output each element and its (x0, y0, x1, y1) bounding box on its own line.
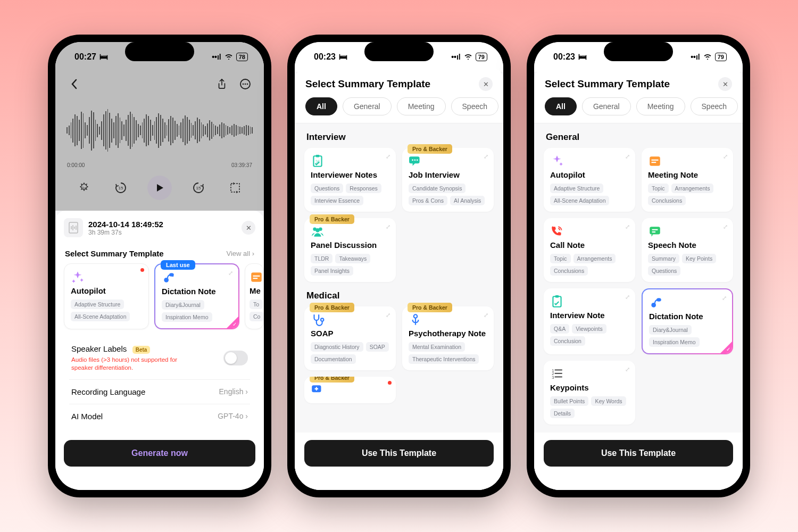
speaker-warning: Audio files (>3 hours) not supported for… (71, 356, 199, 372)
template-card-meeting-note[interactable]: ⤢ Meeting Note TopicArrangementsConclusi… (642, 148, 733, 212)
view-all-button[interactable]: View all › (226, 250, 254, 257)
template-scroll-area[interactable]: General ⤢ Autopilot Adaptive StructureAl… (534, 123, 743, 433)
beta-badge: Beta (132, 346, 151, 354)
template-card-psychotherapy[interactable]: Pro & Backer ⤢ Psychotherapy Note Mental… (402, 306, 494, 370)
template-name: Job Interview (409, 170, 487, 179)
svg-rect-11 (251, 272, 262, 281)
recording-language-row[interactable]: Recording Language English › (69, 380, 250, 404)
recording-title: 2024-10-14 18:49:52 (88, 220, 163, 229)
svg-point-23 (414, 314, 418, 318)
template-tag: Diary&Journal (162, 300, 204, 310)
template-card-autopilot[interactable]: Autopilot Adaptive Structure All-Scene A… (64, 263, 149, 329)
template-name: Interview Note (550, 311, 629, 320)
bed-icon: 🛏 (578, 52, 587, 62)
template-scroll-area[interactable]: Interview ⤢ Interviewer Notes Questions … (295, 123, 503, 433)
sheet-title: Select Summary Template (545, 78, 670, 90)
template-tag: Conclusions (550, 266, 588, 276)
template-tag: Inspiration Memo (649, 337, 700, 347)
pro-badge: Pro & Backer (310, 214, 354, 224)
svg-rect-28 (650, 227, 660, 234)
template-tag: Inspiration Memo (162, 312, 212, 322)
svg-point-10 (169, 273, 174, 277)
template-tag: Topic (550, 254, 571, 263)
template-card-dictation-note[interactable]: ⤢ Dictation Note Diary&JournalInspiratio… (642, 288, 733, 354)
notch (604, 42, 673, 61)
svg-point-21 (315, 228, 320, 232)
svg-rect-30 (652, 231, 656, 232)
template-card-medical-cut[interactable]: Pro & Backer (304, 377, 396, 403)
template-section-title: Select Summary Template (65, 249, 164, 258)
template-name: Dictation Note (162, 287, 232, 296)
template-card-call-note[interactable]: ⤢ Call Note TopicArrangementsConclusions (544, 218, 635, 282)
phone-frame-2: 00:23🛏 ••ıl79 Select Summary Template ✕ … (287, 35, 511, 497)
category-interview: Interview (304, 123, 494, 148)
expand-icon: ⤢ (723, 223, 728, 230)
template-tag: Diagnostic History (311, 342, 363, 352)
template-card-panel-discussion[interactable]: Pro & Backer ⤢ Panel Discussion TLDR Tak… (304, 218, 396, 282)
dictation-icon (649, 296, 663, 310)
filter-pill-speech[interactable]: Speech (691, 97, 738, 115)
template-tag: Q&A (550, 324, 569, 334)
svg-rect-40 (555, 376, 562, 377)
filter-pill-general[interactable]: General (343, 97, 392, 115)
template-card-keypoints[interactable]: ⤢ 123 Keypoints Bullet PointsKey WordsDe… (544, 361, 635, 425)
template-name: Meeting Note (648, 170, 727, 179)
svg-point-22 (321, 318, 323, 321)
svg-point-34 (656, 298, 661, 302)
recording-duration: 3h 39m 37s (88, 229, 163, 236)
stethoscope-icon (311, 313, 325, 327)
autopilot-icon (71, 270, 85, 284)
template-card-speech-note[interactable]: ⤢ Speech Note SummaryKey PointsQuestions (642, 218, 733, 282)
ai-model-row[interactable]: AI Model GPT-4o › (69, 404, 250, 428)
template-tag: Therapeutic Interventions (409, 354, 479, 364)
expand-icon: ⤢ (386, 312, 390, 319)
screen-1: 00:27🛏 ••ıl 78 (55, 42, 264, 490)
chat-icon (409, 154, 422, 168)
template-card-dictation[interactable]: Last use ⤢ Dictation Note Diary&Journal … (154, 263, 239, 329)
panel-icon (311, 225, 325, 238)
background-dimmed: 00:27🛏 ••ıl 78 (55, 42, 264, 211)
filter-pill-speech[interactable]: Speech (451, 97, 498, 115)
template-tag: Questions (648, 266, 680, 276)
close-sheet-button[interactable]: ✕ (479, 77, 493, 91)
signal-icon: ••ıl (691, 53, 700, 61)
use-template-button[interactable]: Use This Template (304, 440, 494, 467)
template-card-meeting-cut[interactable]: Me To Co (245, 263, 264, 329)
filter-pill-general[interactable]: General (582, 97, 631, 115)
template-card-autopilot[interactable]: ⤢ Autopilot Adaptive StructureAll-Scene … (544, 148, 635, 212)
generate-now-button[interactable]: Generate now (64, 440, 255, 467)
recording-file-icon (64, 218, 83, 237)
expand-icon: ⤢ (722, 295, 727, 302)
template-tag: SOAP (366, 342, 389, 352)
recording-language-value: English (219, 387, 244, 396)
speaker-labels-row: Speaker Labels Beta Audio files (>3 hour… (69, 337, 250, 380)
template-tag: Interview Essence (311, 196, 363, 205)
close-sheet-button[interactable]: ✕ (718, 77, 732, 91)
speaker-labels-label: Speaker Labels (71, 344, 127, 353)
filter-pill-all[interactable]: All (545, 97, 577, 115)
signal-icon: ••ıl (451, 53, 461, 61)
template-card-soap[interactable]: Pro & Backer ⤢ SOAP Diagnostic History S… (304, 306, 396, 370)
expand-icon: ⤢ (625, 366, 630, 373)
template-card-job-interview[interactable]: Pro & Backer ⤢ Job Interview Candidate S… (402, 148, 494, 212)
template-name: Me (250, 286, 259, 295)
expand-icon: ⤢ (625, 294, 630, 301)
filter-pill-meeting[interactable]: Meeting (636, 97, 685, 115)
speech-icon (648, 225, 662, 238)
use-template-button[interactable]: Use This Template (544, 440, 733, 467)
filter-pill-meeting[interactable]: Meeting (397, 97, 446, 115)
battery-icon: 79 (715, 53, 727, 61)
list-icon: 123 (550, 367, 564, 381)
expand-icon: ⤢ (386, 153, 390, 160)
template-name: Autopilot (550, 170, 629, 179)
template-name: Autopilot (71, 286, 142, 295)
template-card-interviewer-notes[interactable]: ⤢ Interviewer Notes Questions Responses … (304, 148, 396, 212)
filter-pill-all[interactable]: All (305, 97, 337, 115)
new-indicator-dot (388, 381, 392, 385)
speaker-labels-toggle[interactable] (223, 351, 248, 365)
close-sheet-button[interactable]: ✕ (242, 221, 255, 235)
selected-check-icon: ✓ (726, 346, 730, 352)
template-tag: TLDR (311, 254, 332, 263)
svg-rect-12 (253, 276, 260, 277)
template-card-interview-note[interactable]: ⤢ Interview Note Q&AViewpointsConclusion (544, 288, 635, 354)
